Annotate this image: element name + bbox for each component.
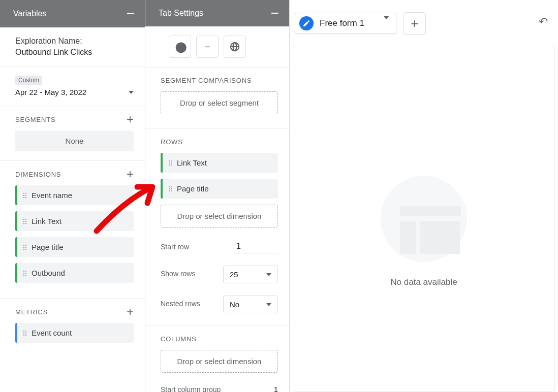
edit-icon (299, 16, 314, 30)
dimension-label: Link Text (32, 217, 61, 225)
nested-rows-row: Nested rows No (161, 296, 278, 313)
report-canvas: No data available (293, 46, 555, 392)
row-label: Link Text (177, 158, 207, 167)
drag-handle-icon (23, 219, 26, 224)
variables-panel: Variables − Exploration Name: Outbound L… (0, 0, 145, 392)
start-column-group-row: Start column group 1 (161, 385, 278, 392)
metric-label: Event count (32, 329, 72, 337)
dimension-label: Event name (32, 191, 72, 200)
tab-settings-title: Tab Settings (159, 9, 203, 18)
segment-comparisons-title: SEGMENT COMPARISONS (161, 77, 278, 84)
dimension-label: Page title (32, 243, 64, 251)
technique-visualization-button[interactable]: ⬤○ (169, 36, 191, 58)
variables-title: Variables (13, 9, 47, 18)
chevron-down-icon (384, 16, 389, 27)
add-tab-button[interactable]: + (404, 12, 426, 35)
tab-menu-button[interactable] (381, 19, 392, 27)
dimension-pill[interactable]: Outbound (15, 263, 134, 283)
globe-icon (229, 41, 240, 52)
exploration-name-label: Exploration Name: (15, 37, 134, 46)
add-segment-button[interactable]: + (127, 115, 134, 123)
drag-handle-icon (169, 186, 172, 191)
show-rows-select[interactable]: 25 (223, 266, 278, 283)
chevron-down-icon (266, 303, 271, 306)
dimension-label: Outbound (32, 269, 65, 277)
drag-handle-icon (23, 271, 26, 276)
start-column-group-label: Start column group (161, 385, 221, 392)
nested-rows-value: No (230, 300, 239, 309)
dimension-pill[interactable]: Link Text (15, 211, 134, 231)
columns-dimension-dropzone[interactable]: Drop or select dimension (161, 350, 278, 373)
segment-dropzone[interactable]: Drop or select segment (161, 91, 278, 114)
tab-settings-header: Tab Settings − (145, 0, 289, 26)
nested-rows-label: Nested rows (161, 300, 200, 309)
no-data-text: No data available (390, 277, 457, 287)
rows-section: ROWS Link Text Page title Drop or select… (145, 129, 289, 326)
columns-title: COLUMNS (161, 335, 278, 343)
tab-name: Free form 1 (320, 18, 375, 28)
nested-rows-select[interactable]: No (223, 296, 278, 313)
empty-state-graphic (381, 176, 467, 262)
tab-settings-panel: Tab Settings − ⬤○ − SEGMENT COMPARISONS … (145, 0, 290, 392)
undo-button[interactable]: ↶ (539, 15, 548, 28)
segments-title: SEGMENTS (15, 116, 55, 123)
metrics-title: METRICS (15, 308, 48, 316)
start-column-group-value: 1 (274, 385, 278, 392)
row-label: Page title (177, 184, 209, 193)
date-range-section: Custom Apr 22 - May 3, 2022 (0, 67, 145, 106)
drag-handle-icon (169, 160, 172, 166)
start-row-label: Start row (161, 243, 189, 251)
row-pill[interactable]: Link Text (161, 153, 278, 173)
columns-section: COLUMNS Drop or select dimension Start c… (145, 326, 289, 392)
segments-section: SEGMENTS + None (0, 106, 145, 161)
exploration-name-section: Exploration Name: Outbound Link Clicks (0, 27, 145, 67)
dimensions-section: DIMENSIONS + Event name Link Text Page t… (0, 161, 145, 299)
dimension-pill[interactable]: Page title (15, 237, 134, 257)
technique-visualization-button[interactable]: − (196, 36, 219, 58)
drag-handle-icon (23, 245, 26, 250)
active-tab[interactable]: Free form 1 (295, 13, 396, 34)
chevron-down-icon (266, 273, 271, 276)
start-row-input[interactable] (234, 240, 278, 253)
collapse-tab-settings-button[interactable]: − (271, 10, 279, 16)
report-tab-bar: Free form 1 + (295, 12, 553, 35)
date-range-picker[interactable]: Apr 22 - May 3, 2022 (15, 88, 134, 96)
metrics-section: METRICS + Event count (0, 299, 145, 358)
variables-header: Variables − (0, 0, 145, 27)
start-row-row: Start row (161, 240, 278, 253)
show-rows-row: Show rows 25 (161, 266, 278, 283)
dimensions-title: DIMENSIONS (15, 171, 61, 178)
add-dimension-button[interactable]: + (127, 170, 134, 178)
chevron-down-icon (129, 91, 134, 94)
show-rows-label: Show rows (161, 270, 195, 279)
drag-handle-icon (23, 193, 26, 198)
add-metric-button[interactable]: + (127, 308, 134, 316)
dimension-pill[interactable]: Event name (15, 185, 134, 205)
report-canvas-panel: Free form 1 + ↶ No data available (290, 0, 558, 392)
technique-section: ⬤○ − (145, 26, 289, 68)
rows-title: ROWS (161, 138, 278, 146)
segments-none[interactable]: None (15, 130, 134, 151)
date-range-chip: Custom (15, 76, 42, 85)
segment-comparisons-section: SEGMENT COMPARISONS Drop or select segme… (145, 68, 289, 129)
collapse-variables-button[interactable]: − (127, 11, 135, 17)
show-rows-value: 25 (230, 270, 238, 279)
row-pill[interactable]: Page title (161, 179, 278, 199)
drag-handle-icon (23, 331, 26, 336)
date-range-text: Apr 22 - May 3, 2022 (15, 88, 86, 96)
rows-dimension-dropzone[interactable]: Drop or select dimension (161, 205, 278, 227)
exploration-name-value[interactable]: Outbound Link Clicks (15, 48, 134, 57)
metric-pill[interactable]: Event count (15, 323, 134, 343)
technique-visualization-button[interactable] (224, 36, 246, 58)
